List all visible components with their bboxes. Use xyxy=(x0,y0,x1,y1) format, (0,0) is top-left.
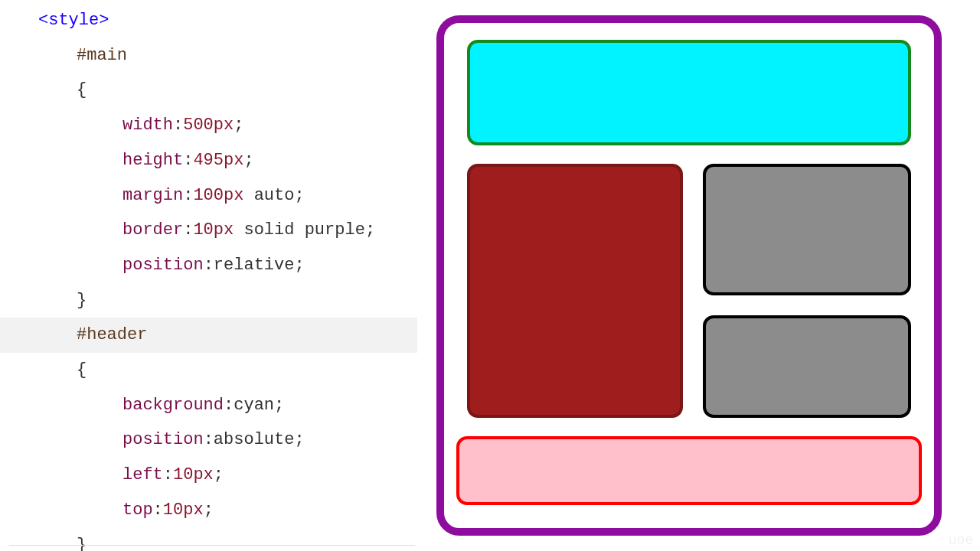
code-line: margin:100px auto; xyxy=(0,178,417,214)
code-line: width:500px; xyxy=(0,108,417,143)
code-line: { xyxy=(0,73,417,108)
code-line: height:495px; xyxy=(0,143,417,178)
code-line: { xyxy=(0,353,417,388)
code-line: #main xyxy=(0,38,417,73)
code-line: <style> xyxy=(0,3,417,38)
brace: { xyxy=(77,80,87,99)
code-line: position:relative; xyxy=(0,248,417,283)
selector-main: #main xyxy=(77,46,127,65)
code-line: top:10px; xyxy=(0,493,417,528)
code-block: <style> #main { width:500px; height:495p… xyxy=(0,0,417,551)
style-tag: <style> xyxy=(38,11,109,30)
selector-header: #header xyxy=(77,325,147,344)
code-line: position:absolute; xyxy=(0,422,417,458)
code-line: background:cyan; xyxy=(0,388,417,423)
code-line: } xyxy=(0,283,417,318)
divider xyxy=(9,545,415,546)
preview-right-box-2 xyxy=(703,315,911,418)
brace: { xyxy=(77,360,87,380)
preview-header-box xyxy=(467,40,911,145)
code-line-highlighted: #header xyxy=(0,318,417,353)
code-line: } xyxy=(0,528,417,551)
preview-left-box xyxy=(467,164,683,418)
code-line: border:10px solid purple; xyxy=(0,213,417,248)
layout-preview-main xyxy=(436,15,942,536)
preview-footer-box xyxy=(456,436,922,505)
brace: } xyxy=(77,536,87,551)
preview-right-box-1 xyxy=(703,164,911,295)
watermark: uoe xyxy=(949,532,974,548)
code-line: left:10px; xyxy=(0,458,417,493)
brace: } xyxy=(77,291,87,310)
